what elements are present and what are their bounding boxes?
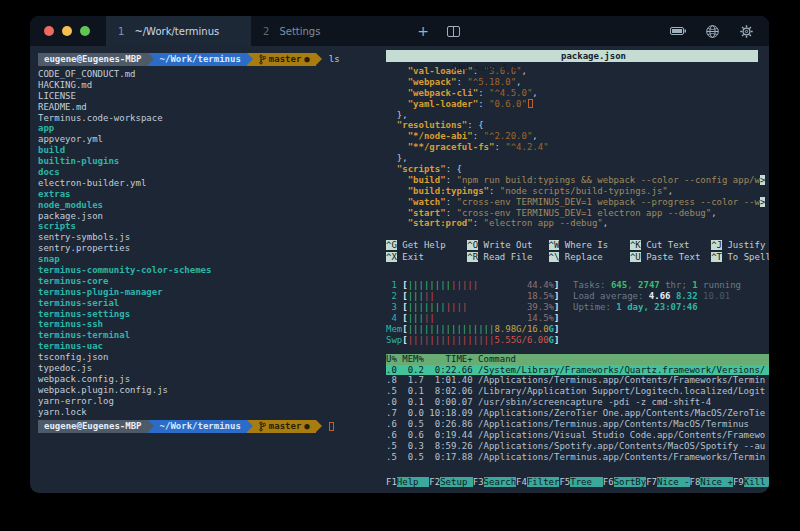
directory-entry: snap	[38, 254, 378, 265]
fn-f5-button[interactable]: F5Tree	[559, 476, 602, 488]
shortcut-key[interactable]: ^G	[386, 240, 397, 250]
cpu-memory-meters: 1 [||||||||||||| 44.4%] 2 [||||| 18.5%] …	[386, 280, 573, 345]
window-controls	[30, 16, 106, 46]
file-entry: typedoc.js	[38, 363, 378, 374]
globe-icon[interactable]	[695, 16, 729, 46]
meter-mem: Mem[||||||||||||||||8.98G/16.0G]	[386, 324, 573, 335]
nano-code-line: "resolutions": {	[386, 120, 769, 131]
htop-pane[interactable]: 1 [||||||||||||| 44.4%] 2 [||||| 18.5%] …	[386, 280, 769, 488]
zoom-button[interactable]	[80, 26, 90, 36]
file-entry: README.md	[38, 102, 378, 113]
file-entry: webpack.plugin.config.js	[38, 385, 378, 396]
directory-entry: terminus-terminal	[38, 330, 378, 341]
htop-function-bar: F1Help F2Setup F3SearchF4FilterF5Tree F6…	[386, 476, 769, 488]
prompt-git-segment: master●	[253, 420, 316, 433]
htop-stats: Tasks: 645, 2747 thr; 1 runningLoad aver…	[573, 280, 741, 345]
file-entry: CODE_OF_CONDUCT.md	[38, 69, 378, 80]
fn-f2-button[interactable]: F2Setup	[429, 476, 472, 488]
process-row[interactable]: .8 1.7 1:01.40 /Applications/Terminus.ap…	[386, 375, 769, 386]
file-entry: LICENSE	[38, 91, 378, 102]
nano-editor: "val-loader": "3.0.0", "webpack": "^5.18…	[386, 66, 769, 229]
process-row[interactable]: .0 0.2 0:22.66 /System/Library/Framework…	[386, 365, 769, 376]
process-row[interactable]: .6 0.5 0:26.86 /Applications/Terminus.ap…	[386, 419, 769, 430]
shortcut-key[interactable]: ^U	[630, 252, 641, 262]
htop-stat-line: Load average: 4.66 8.32 10.01	[573, 291, 741, 302]
fn-f7-button[interactable]: F7Nice -	[646, 476, 689, 488]
file-entry: package.json	[38, 211, 378, 222]
powerline-arrow	[247, 420, 253, 433]
directory-entry: terminus-community-color-schemes	[38, 265, 378, 276]
meter-3: 3 [||||||||||| 39.3%]	[386, 302, 573, 313]
process-row[interactable]: .5 0.5 0:17.88 /Applications/Terminus.ap…	[386, 452, 769, 463]
battery-icon[interactable]	[661, 16, 695, 46]
tab-settings[interactable]: 2 Settings	[251, 16, 396, 46]
shortcut-key[interactable]: ^J	[711, 240, 722, 250]
meter-1: 1 [||||||||||||| 44.4%]	[386, 280, 573, 291]
nano-code-line: "build:typings": "node scripts/build-typ…	[386, 186, 769, 197]
tab-title: ~/Work/terminus	[134, 26, 219, 37]
directory-entry: terminus-plugin-manager	[38, 287, 378, 298]
powerline-arrow	[148, 420, 154, 433]
fn-f8-button[interactable]: F8Nice +	[690, 476, 733, 488]
file-entry: electron-builder.yml	[38, 178, 378, 189]
process-row[interactable]: .7 0.0 10:18.09 /Applications/ZeroTier O…	[386, 408, 769, 419]
file-entry: sentry.properties	[38, 243, 378, 254]
fn-f1-button[interactable]: F1Help	[386, 476, 429, 488]
gear-icon[interactable]	[729, 16, 763, 46]
git-dirty-dot: ●	[304, 54, 309, 65]
directory-entry: app	[38, 123, 378, 134]
shortcut-key[interactable]: ^O	[467, 240, 478, 250]
file-entry: yarn-error.log	[38, 396, 378, 407]
nano-shortcut-bar: ^G Get Help ^O Write Out ^W Where Is ^K …	[386, 240, 769, 263]
fn-f6-button[interactable]: F6SortBy	[603, 476, 646, 488]
shell-pane[interactable]: eugene@Eugenes-MBP~/Work/terminusmaster●…	[30, 46, 378, 493]
process-row[interactable]: .0 0.1 0:00.07 /usr/sbin/screencapture -…	[386, 397, 769, 408]
tab-title: Settings	[279, 26, 320, 37]
nano-filename: package.json	[561, 50, 626, 62]
meter-4: 4 [||||| 14.5%]	[386, 313, 573, 324]
close-button[interactable]	[44, 26, 54, 36]
shortcut-key[interactable]: ^R	[467, 252, 478, 262]
minimize-button[interactable]	[62, 26, 72, 36]
directory-entry: extras	[38, 189, 378, 200]
shortcut-key[interactable]: ^W	[549, 240, 560, 250]
powerline-arrow	[316, 420, 322, 433]
file-entry: sentry-symbols.js	[38, 232, 378, 243]
directory-entry: build	[38, 145, 378, 156]
directory-entry: terminus-uac	[38, 341, 378, 352]
fn-f3-button[interactable]: F3Search	[473, 476, 516, 488]
prompt-user-segment: eugene@Eugenes-MBP	[38, 420, 148, 433]
nano-code-line: "watch": "cross-env TERMINUS_DEV=1 webpa…	[386, 197, 769, 208]
file-entry: webpack.config.js	[38, 374, 378, 385]
nano-shortcut-row: ^X Exit ^R Read File ^\ Replace ^U Paste…	[386, 252, 769, 264]
nano-code-line: "start": "cross-env TERMINUS_DEV=1 elect…	[386, 208, 769, 219]
nano-code-line: "yaml-loader": "0.6.0"	[386, 99, 769, 110]
fn-f9-button[interactable]: F9Kill	[733, 476, 769, 488]
file-entry: tsconfig.json	[38, 352, 378, 363]
nano-code-line: "**/graceful-fs": "^4.2.4"	[386, 142, 769, 153]
new-tab-button[interactable]: +	[408, 16, 438, 46]
shortcut-key[interactable]: ^T	[711, 252, 722, 262]
shortcut-key[interactable]: ^K	[630, 240, 641, 250]
fn-f4-button[interactable]: F4Filter	[516, 476, 559, 488]
nano-code-line: "build": "npm run build:typings && webpa…	[386, 175, 769, 186]
tab-index: 2	[263, 26, 269, 37]
split-pane-button[interactable]	[438, 16, 468, 46]
terminal-cursor	[329, 422, 334, 431]
nano-code-line: },	[386, 153, 769, 164]
file-entry: Terminus.code-workspace	[38, 113, 378, 124]
prompt-git-segment: master●	[253, 53, 316, 66]
terminal-content: eugene@Eugenes-MBP~/Work/terminusmaster●…	[30, 46, 769, 493]
process-row[interactable]: .6 0.6 0:19.44 /Applications/Visual Stud…	[386, 430, 769, 441]
process-row[interactable]: .5 0.3 8:59.26 /Applications/Spotify.app…	[386, 441, 769, 452]
powerline-arrow	[316, 53, 322, 66]
meter-swp: Swp[||||||||||||||||5.55G/6.00G]	[386, 335, 573, 346]
shortcut-key[interactable]: ^\	[549, 252, 560, 262]
tab-work-terminus[interactable]: 1 ~/Work/terminus	[106, 16, 251, 46]
process-row[interactable]: .5 0.1 8:02.06 /Library/Application Supp…	[386, 386, 769, 397]
nano-shortcut-row: ^G Get Help ^O Write Out ^W Where Is ^K …	[386, 240, 769, 252]
nano-code-line: "*/node-abi": "^2.20.0",	[386, 131, 769, 142]
nano-pane[interactable]: GNU nano 4.5 package.json "val-loader": …	[386, 50, 769, 263]
process-table-header[interactable]: U% MEM% TIME+ Command	[386, 354, 769, 365]
shortcut-key[interactable]: ^X	[386, 252, 397, 262]
